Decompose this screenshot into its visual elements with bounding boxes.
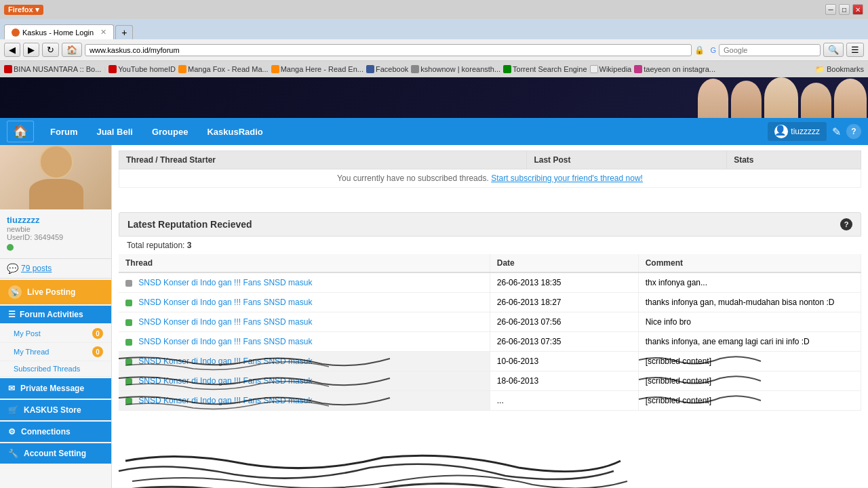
tab-favicon xyxy=(12,28,20,37)
rep-row: SNSD Konser di Indo gan !!! Fans SNSD ma… xyxy=(119,293,861,312)
connections-label: Connections xyxy=(21,427,71,436)
subscribe-cta-link[interactable]: Start subscribing your friend's thread n… xyxy=(491,174,643,183)
search-button[interactable]: 🔍 xyxy=(823,43,844,57)
nav-jual-beli[interactable]: Jual Beli xyxy=(87,120,142,144)
nav-bar: ◀ ▶ ↻ 🏠 🔒 G 🔍 ☰ xyxy=(0,39,868,61)
bookmark-mangahere[interactable]: Manga Here - Read En... xyxy=(271,65,363,73)
site-header-right: 👤 tiuzzzzz ✎ ? xyxy=(768,122,861,141)
header-banner xyxy=(0,77,868,118)
live-posting-label: Live Posting xyxy=(27,287,75,297)
home-nav-button[interactable]: 🏠 xyxy=(62,43,82,57)
search-input[interactable] xyxy=(719,44,821,56)
banner-figure-2 xyxy=(731,81,762,118)
user-badge: 👤 tiuzzzzz xyxy=(768,122,827,141)
address-bar[interactable] xyxy=(85,44,692,56)
rep-dot-3 xyxy=(125,339,132,346)
reputation-section: Latest Reputation Recieved ? Total reput… xyxy=(112,205,868,418)
subscribed-threads-empty-row: You currently have no subscribed threads… xyxy=(119,169,861,188)
close-button[interactable]: ✕ xyxy=(852,4,863,15)
nav-kaskusradio[interactable]: KaskusRadio xyxy=(197,120,272,144)
edit-icon[interactable]: ✎ xyxy=(832,125,841,138)
rep-dot-1 xyxy=(125,300,132,306)
tools-button[interactable]: ☰ xyxy=(846,43,864,57)
maximize-button[interactable]: □ xyxy=(839,4,850,15)
tab-bar: Kaskus - Home Login ✕ + xyxy=(0,19,868,39)
bookmark-mangafox[interactable]: Manga Fox - Read Ma... xyxy=(178,65,269,73)
google-icon: G xyxy=(710,46,716,54)
connections-icon: ⚙ xyxy=(8,427,16,436)
rep-thread-link-scrib-0[interactable]: SNSD Konser di Indo gan !!! Fans SNSD ma… xyxy=(138,357,312,366)
banner-figure-4 xyxy=(801,83,831,118)
rep-title: Latest Reputation Recieved xyxy=(127,219,252,230)
bookmark-facebook[interactable]: Facebook xyxy=(366,65,408,73)
tab-label: Kaskus - Home Login xyxy=(22,28,94,37)
bookmark-wikipedia[interactable]: Wikipedia xyxy=(590,65,632,73)
subscribed-threads-table: Thread / Thread Starter Last Post Stats … xyxy=(119,150,861,188)
active-tab[interactable]: Kaskus - Home Login ✕ xyxy=(4,24,114,39)
sidebar-username[interactable]: tiuzzzzz xyxy=(7,215,104,225)
forward-button[interactable]: ▶ xyxy=(23,43,39,57)
back-button[interactable]: ◀ xyxy=(4,43,20,57)
minimize-button[interactable]: ─ xyxy=(825,4,836,15)
bookmark-kshownow[interactable]: kshownow | koreansth... xyxy=(411,65,500,73)
rep-comment-3: thanks infonya, ane emang lagi cari ini … xyxy=(638,332,861,352)
private-message-label: Private Message xyxy=(20,384,84,393)
nav-forum[interactable]: Forum xyxy=(41,120,87,144)
connections-button[interactable]: ⚙ Connections xyxy=(0,422,111,442)
kaskus-store-button[interactable]: 🛒 KASKUS Store xyxy=(0,400,111,420)
account-setting-button[interactable]: 🔧 Account Setting xyxy=(0,443,111,464)
my-thread-link[interactable]: My Thread 0 xyxy=(0,343,111,361)
help-icon-header[interactable]: ? xyxy=(846,124,861,139)
forum-activities-section: ☰ Forum Activities xyxy=(0,306,111,323)
bookmark-torrent[interactable]: Torrent Search Engine xyxy=(503,65,587,73)
live-posting-icon: 📡 xyxy=(8,285,22,299)
rep-col-date: Date xyxy=(490,254,638,272)
my-thread-badge: 0 xyxy=(92,346,103,357)
online-status-dot xyxy=(7,244,14,251)
bookmark-youtube[interactable]: YouTube homeID xyxy=(108,65,176,73)
banner-figure-5 xyxy=(834,79,867,118)
private-message-button[interactable]: ✉ Private Message xyxy=(0,378,111,399)
rep-comment-0: thx infonya gan... xyxy=(638,272,861,293)
account-setting-label: Account Setting xyxy=(24,449,86,458)
rep-date-3: 26-06-2013 07:35 xyxy=(490,332,638,352)
my-post-badge: 0 xyxy=(92,328,103,339)
col-stats: Stats xyxy=(727,151,861,169)
rep-thread-link-0[interactable]: SNSD Konser di Indo gan !!! Fans SNSD ma… xyxy=(138,278,312,287)
rep-dot-0 xyxy=(125,280,132,287)
post-count-link[interactable]: 79 posts xyxy=(21,264,52,273)
my-post-label: My Post xyxy=(14,329,41,338)
reload-button[interactable]: ↻ xyxy=(42,43,59,57)
message-icon: 💬 xyxy=(7,263,18,274)
subscribed-threads-link[interactable]: Subscribed Threads xyxy=(0,361,111,377)
home-icon[interactable]: 🏠 xyxy=(7,121,34,142)
rep-row: SNSD Konser di Indo gan !!! Fans SNSD ma… xyxy=(119,272,861,293)
rep-thread-link-scrib-2[interactable]: SNSD Konser di Indo gan !!! Fans SNSD ma… xyxy=(138,396,312,405)
username-header: tiuzzzzz xyxy=(791,127,820,136)
firefox-logo: Firefox ▾ xyxy=(4,5,43,15)
rep-thread-link-scrib-1[interactable]: SNSD Konser di Indo gan !!! Fans SNSD ma… xyxy=(138,376,312,386)
avatar xyxy=(0,145,112,209)
live-posting-button[interactable]: 📡 Live Posting xyxy=(0,280,111,304)
rep-thread-link-1[interactable]: SNSD Konser di Indo gan !!! Fans SNSD ma… xyxy=(138,298,312,307)
banner-figure-1 xyxy=(698,79,728,118)
main-content: Thread / Thread Starter Last Post Stats … xyxy=(112,145,868,488)
rep-thread-link-3[interactable]: SNSD Konser di Indo gan !!! Fans SNSD ma… xyxy=(138,337,312,346)
sidebar-userid: UserID: 3649459 xyxy=(7,233,104,241)
private-message-icon: ✉ xyxy=(8,384,15,393)
browser-title-bar: Firefox ▾ ─ □ ✕ xyxy=(0,0,868,19)
rep-thread-link-2[interactable]: SNSD Konser di Indo gan !!! Fans SNSD ma… xyxy=(138,317,312,327)
rep-date-2: 26-06-2013 07:56 xyxy=(490,312,638,332)
bookmark-taeyeon[interactable]: taeyeon on instagra... xyxy=(634,65,715,73)
banner-figure-3 xyxy=(764,77,798,118)
rep-row-scribbled: SNSD Konser di Indo gan !!! Fans SNSD ma… xyxy=(119,352,861,371)
bookmark-folder[interactable]: 📁 Bookmarks xyxy=(815,65,864,74)
kaskus-store-icon: 🛒 xyxy=(8,405,18,415)
bookmark-bina[interactable]: BINA NUSANTARA :: Bo... xyxy=(4,65,101,73)
rep-help-icon[interactable]: ? xyxy=(840,218,852,230)
nav-groupee[interactable]: Groupee xyxy=(142,120,197,144)
my-post-link[interactable]: My Post 0 xyxy=(0,325,111,343)
tab-close-icon[interactable]: ✕ xyxy=(100,28,106,37)
user-info: tiuzzzzz newbie UserID: 3649459 xyxy=(0,209,111,259)
new-tab-button[interactable]: + xyxy=(115,25,133,39)
